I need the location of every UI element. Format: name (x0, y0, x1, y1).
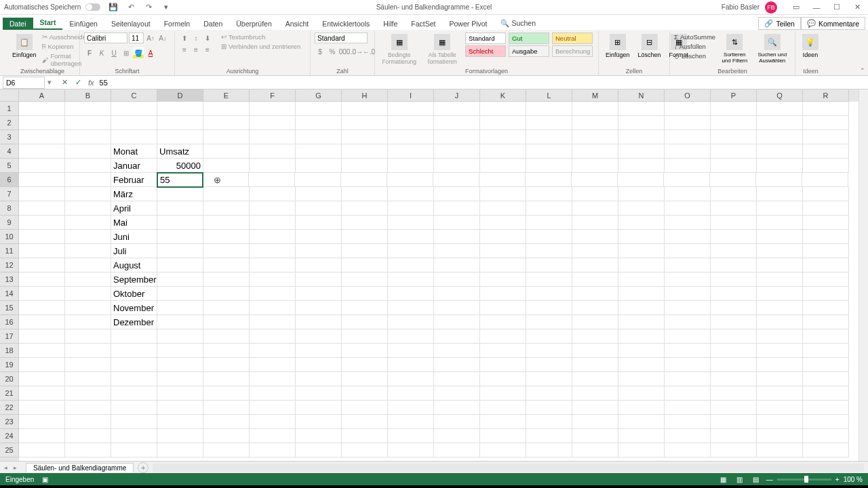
cell-O12[interactable] (665, 258, 711, 272)
col-header-L[interactable]: L (526, 89, 572, 102)
cell-E3[interactable] (203, 130, 250, 144)
cell-E20[interactable] (203, 372, 250, 386)
cell-N25[interactable] (618, 443, 665, 458)
redo-icon[interactable]: ↷ (144, 3, 153, 12)
cell-J8[interactable] (434, 201, 480, 216)
cell-L15[interactable] (526, 301, 572, 315)
cell-I10[interactable] (388, 230, 434, 244)
delete-cells-button[interactable]: ⊟Löschen (635, 33, 664, 60)
cell-R22[interactable] (803, 401, 849, 415)
cell-I25[interactable] (388, 443, 434, 458)
vertical-scrollbar[interactable] (859, 89, 868, 461)
wrap-text-button[interactable]: ↩ Textumbruch (221, 33, 300, 41)
cell-A25[interactable] (19, 443, 65, 458)
cell-M4[interactable] (572, 144, 618, 159)
cell-P14[interactable] (711, 287, 757, 301)
cell-P7[interactable] (711, 187, 757, 201)
cell-G6[interactable] (295, 173, 341, 187)
cell-L6[interactable] (526, 173, 572, 187)
cell-H21[interactable] (342, 386, 388, 401)
cell-K24[interactable] (480, 429, 526, 443)
row-header-22[interactable]: 22 (0, 401, 19, 415)
cell-D3[interactable] (157, 130, 203, 144)
cell-I20[interactable] (388, 372, 434, 386)
cell-K10[interactable] (480, 230, 526, 244)
cell-M9[interactable] (572, 216, 618, 230)
cell-H1[interactable] (342, 102, 388, 116)
cell-K7[interactable] (480, 187, 526, 201)
cell-E21[interactable] (203, 386, 250, 401)
cell-K13[interactable] (480, 272, 526, 287)
cell-L16[interactable] (526, 315, 572, 329)
style-gut[interactable]: Gut (509, 33, 549, 44)
row-header-25[interactable]: 25 (0, 443, 19, 458)
cell-N9[interactable] (618, 216, 665, 230)
view-normal-icon[interactable]: ▦ (717, 474, 730, 484)
increase-font-icon[interactable]: A↑ (145, 33, 156, 43)
cell-F5[interactable] (250, 159, 296, 173)
cell-N20[interactable] (618, 372, 665, 386)
cell-C20[interactable] (111, 372, 157, 386)
cell-N7[interactable] (618, 187, 665, 201)
cell-B16[interactable] (65, 315, 111, 329)
cell-F22[interactable] (250, 401, 296, 415)
cell-O13[interactable] (665, 272, 711, 287)
cell-B8[interactable] (65, 201, 111, 216)
cell-L19[interactable] (526, 358, 572, 372)
cell-G4[interactable] (296, 144, 342, 159)
cell-C9[interactable]: Mai (111, 216, 157, 230)
cell-B23[interactable] (65, 415, 111, 429)
cell-A19[interactable] (19, 358, 65, 372)
sort-filter-button[interactable]: ⇅Sortieren und Filtern (718, 33, 751, 65)
style-standard[interactable]: Standard (465, 33, 506, 44)
cell-K20[interactable] (480, 372, 526, 386)
cell-J17[interactable] (434, 329, 480, 344)
cell-O16[interactable] (665, 315, 711, 329)
cell-K19[interactable] (480, 358, 526, 372)
cell-I22[interactable] (388, 401, 434, 415)
cell-C17[interactable] (111, 329, 157, 344)
cell-P22[interactable] (711, 401, 757, 415)
cell-P19[interactable] (711, 358, 757, 372)
cell-F13[interactable] (250, 272, 296, 287)
cell-P4[interactable] (711, 144, 757, 159)
cell-R24[interactable] (803, 429, 849, 443)
fill-button[interactable]: ↓ Ausfüllen (674, 42, 715, 51)
cell-J18[interactable] (434, 344, 480, 358)
cell-J13[interactable] (434, 272, 480, 287)
cell-J11[interactable] (434, 244, 480, 258)
cell-P23[interactable] (711, 415, 757, 429)
cell-M10[interactable] (572, 230, 618, 244)
cell-F20[interactable] (250, 372, 296, 386)
cell-N12[interactable] (618, 258, 665, 272)
cell-F7[interactable] (250, 187, 296, 201)
cell-C16[interactable]: Dezember (111, 315, 157, 329)
cell-J25[interactable] (434, 443, 480, 458)
cell-K1[interactable] (480, 102, 526, 116)
cell-G20[interactable] (296, 372, 342, 386)
merge-center-button[interactable]: ⊞ Verbinden und zentrieren (221, 42, 300, 51)
col-header-B[interactable]: B (65, 89, 111, 102)
cell-H7[interactable] (342, 187, 388, 201)
cell-N6[interactable] (618, 173, 664, 187)
cell-J7[interactable] (434, 187, 480, 201)
cell-A1[interactable] (19, 102, 65, 116)
cell-Q18[interactable] (757, 344, 803, 358)
row-header-8[interactable]: 8 (0, 201, 19, 216)
cell-A17[interactable] (19, 329, 65, 344)
cell-M5[interactable] (572, 159, 618, 173)
cell-Q1[interactable] (757, 102, 803, 116)
cell-Q20[interactable] (757, 372, 803, 386)
name-box[interactable] (3, 77, 45, 89)
cell-M13[interactable] (572, 272, 618, 287)
cell-D9[interactable] (157, 216, 203, 230)
cell-P1[interactable] (711, 102, 757, 116)
cell-E7[interactable] (203, 187, 250, 201)
cell-F4[interactable] (250, 144, 296, 159)
cell-P20[interactable] (711, 372, 757, 386)
underline-button[interactable]: U (108, 47, 119, 58)
cell-D22[interactable] (157, 401, 203, 415)
cell-J5[interactable] (434, 159, 480, 173)
cell-J9[interactable] (434, 216, 480, 230)
cell-R6[interactable] (802, 173, 848, 187)
